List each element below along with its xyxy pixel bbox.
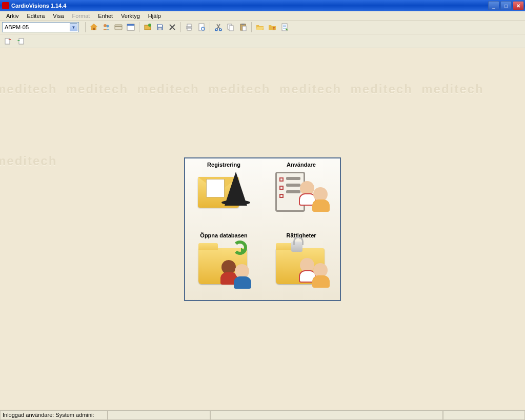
panel-item-rattigheter[interactable]: Rättigheter (262, 229, 340, 300)
cut-icon (214, 23, 223, 31)
menu-visa[interactable]: Visa (49, 12, 68, 20)
minimize-button[interactable]: _ (488, 1, 499, 10)
folder-open-button[interactable] (254, 22, 266, 33)
close-button[interactable]: ✕ (513, 1, 524, 10)
print-preview-button[interactable] (196, 22, 207, 33)
users-icon (102, 23, 110, 31)
folder-user-button[interactable] (267, 22, 278, 33)
device-select[interactable]: ABPM-05 ▼ (2, 22, 79, 32)
rights-icon (273, 241, 330, 289)
paste-button[interactable] (237, 22, 249, 33)
menu-verktyg[interactable]: Verktyg (117, 12, 144, 20)
dropdown-arrow-icon: ▼ (70, 23, 77, 31)
content-area: Registrering Användare (0, 48, 525, 410)
svg-rect-26 (19, 38, 24, 44)
menubar: Arkiv Editera Visa Format Enhet Verktyg … (0, 11, 525, 21)
cut-button[interactable] (213, 22, 224, 33)
app-icon (2, 2, 9, 9)
toolbar-row-1: ABPM-05 ▼ (0, 21, 525, 34)
panel-label: Användare (287, 162, 316, 168)
properties-button[interactable] (279, 22, 290, 33)
copy-button[interactable] (225, 22, 236, 33)
registration-icon (196, 170, 252, 218)
svg-rect-25 (5, 38, 10, 44)
menu-format: Format (68, 12, 94, 20)
separator (251, 22, 252, 32)
svg-rect-21 (241, 24, 245, 25)
separator (210, 22, 210, 32)
users-icon (273, 170, 330, 218)
panel-item-registrering[interactable]: Registrering (185, 158, 262, 229)
menu-hjalp[interactable]: Hjälp (144, 12, 165, 20)
svg-rect-3 (115, 25, 122, 30)
folder-open-icon (256, 23, 264, 31)
import-button[interactable] (15, 35, 26, 47)
folder-user-icon (268, 23, 276, 31)
window-button[interactable] (125, 22, 136, 33)
device-select-value: ABPM-05 (5, 24, 29, 30)
start-panel: Registrering Användare (184, 157, 341, 301)
toolbar-row-2 (0, 34, 525, 48)
menu-arkiv[interactable]: Arkiv (2, 12, 23, 20)
svg-point-2 (107, 25, 109, 28)
print-button[interactable] (184, 22, 195, 33)
users-button[interactable] (100, 22, 112, 33)
export-button[interactable] (3, 35, 14, 47)
separator (139, 22, 139, 32)
panel-item-oppna-db[interactable]: Öppna databasen (185, 229, 262, 300)
copy-icon (227, 23, 235, 31)
delete-icon (168, 23, 176, 31)
svg-rect-4 (115, 26, 122, 27)
svg-rect-0 (93, 28, 95, 30)
status-cell-2 (108, 410, 210, 420)
open-database-icon (196, 241, 252, 289)
svg-point-1 (104, 24, 107, 27)
device-icon (144, 23, 152, 31)
panel-label: Registrering (207, 162, 240, 168)
paste-icon (239, 23, 247, 31)
svg-point-17 (219, 29, 221, 31)
card-icon (114, 23, 123, 31)
home-icon (90, 23, 98, 31)
import-icon (16, 37, 25, 45)
page-icon (197, 23, 206, 31)
save-icon (156, 23, 164, 31)
svg-rect-12 (187, 24, 191, 27)
svg-rect-19 (229, 26, 233, 31)
open-device-button[interactable] (142, 22, 153, 33)
maximize-button[interactable]: □ (500, 1, 512, 10)
svg-rect-13 (187, 28, 191, 30)
delete-button[interactable] (167, 22, 178, 33)
svg-rect-9 (158, 25, 162, 27)
panel-label: Öppna databasen (200, 232, 247, 238)
menu-editera[interactable]: Editera (23, 12, 49, 20)
svg-point-23 (273, 27, 275, 29)
status-logged-in: Inloggad användare: System admini: (0, 410, 108, 420)
separator (180, 22, 181, 32)
svg-point-8 (148, 24, 151, 27)
svg-rect-10 (158, 28, 161, 30)
properties-icon (280, 23, 289, 31)
separator (85, 22, 86, 32)
window-title: CardioVisions 1.14.4 (11, 3, 487, 9)
window-icon (127, 23, 135, 31)
print-icon (185, 23, 193, 31)
menu-enhet[interactable]: Enhet (94, 12, 117, 20)
export-icon (4, 37, 12, 45)
statusbar: Inloggad användare: System admini: (0, 410, 525, 420)
card-button[interactable] (113, 22, 124, 33)
svg-rect-22 (243, 26, 246, 31)
svg-point-16 (215, 29, 217, 31)
titlebar: CardioVisions 1.14.4 _ □ ✕ (0, 0, 525, 11)
panel-item-anvandare[interactable]: Användare (262, 158, 340, 229)
svg-rect-6 (127, 24, 134, 26)
save-button[interactable] (154, 22, 166, 33)
status-cell-3 (210, 410, 443, 420)
status-cell-4 (443, 410, 525, 420)
home-button[interactable] (88, 22, 99, 33)
